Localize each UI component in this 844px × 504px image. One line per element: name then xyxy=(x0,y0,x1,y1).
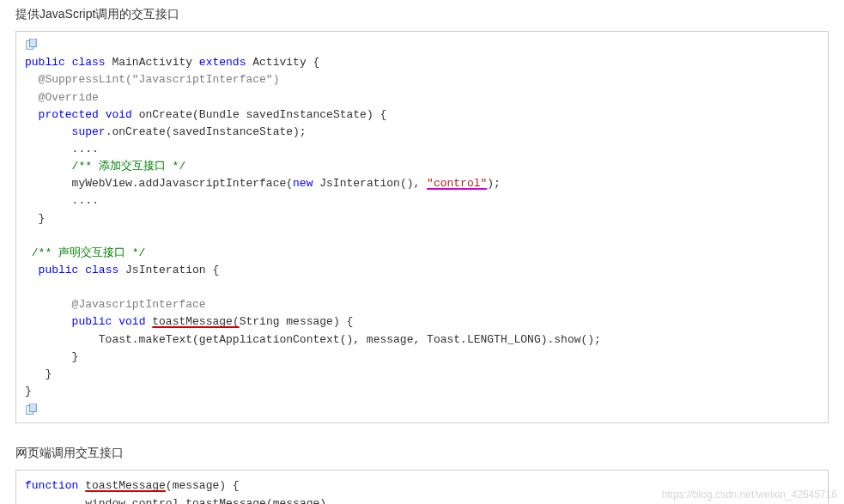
fn-highlight: toastMessage xyxy=(85,479,166,492)
kw: new xyxy=(293,177,313,190)
svg-rect-3 xyxy=(29,404,36,412)
kw: class xyxy=(72,56,106,69)
txt: JsInteration(), xyxy=(313,177,427,190)
string-highlight: "control" xyxy=(427,177,487,190)
kw: public xyxy=(39,264,79,276)
txt: String message) { xyxy=(240,315,354,328)
kw: protected xyxy=(39,108,99,121)
annotation: @Override xyxy=(25,91,99,104)
code-content-1: public class MainActivity extends Activi… xyxy=(16,52,828,402)
txt xyxy=(99,108,106,121)
copy-icon[interactable] xyxy=(25,39,39,51)
comment: /** 添加交互接口 */ xyxy=(25,160,185,173)
method-highlight: toastMessage( xyxy=(152,315,239,328)
kw: public xyxy=(72,315,112,328)
txt: Toast.makeText(getApplicationContext(), … xyxy=(25,333,601,346)
txt: onCreate(Bundle savedInstanceState) { xyxy=(132,108,386,121)
txt xyxy=(25,264,39,276)
comment: /** 声明交互接口 */ xyxy=(25,246,145,259)
kw: void xyxy=(106,108,132,121)
txt: (message) xyxy=(266,497,326,504)
method-highlight: toastMessage xyxy=(185,497,266,504)
obj-highlight: control xyxy=(132,497,179,504)
txt: } xyxy=(25,367,52,380)
kw: function xyxy=(25,479,78,492)
code-block-1: public class MainActivity extends Activi… xyxy=(15,31,829,423)
txt: window. xyxy=(25,497,132,504)
txt: } xyxy=(25,212,45,225)
section-title-2: 网页端调用交互接口 xyxy=(0,439,844,470)
kw: class xyxy=(85,264,118,276)
txt xyxy=(25,315,72,328)
txt: .onCreate(savedInstanceState); xyxy=(106,125,307,138)
txt: myWebView.addJavascriptInterface( xyxy=(25,177,293,190)
kw: super xyxy=(72,125,106,138)
annotation: @JavascriptInterface xyxy=(25,298,206,311)
svg-rect-1 xyxy=(29,39,36,47)
txt: MainActivity xyxy=(106,56,199,69)
txt: } xyxy=(25,385,32,398)
kw: extends xyxy=(199,56,246,69)
txt: .... xyxy=(25,143,99,155)
code-content-2: function toastMessage(message) { window.… xyxy=(16,476,828,504)
section-title-1: 提供JavaScript调用的交互接口 xyxy=(0,0,844,31)
txt: (message) { xyxy=(166,479,240,492)
txt: .... xyxy=(25,194,99,207)
txt: } xyxy=(25,350,78,363)
txt: ); xyxy=(487,177,501,190)
txt: JsInteration { xyxy=(118,264,219,276)
txt: Activity { xyxy=(246,56,319,69)
txt xyxy=(25,125,72,138)
kw: void xyxy=(118,315,145,328)
code-block-2: function toastMessage(message) { window.… xyxy=(15,470,829,504)
copy-icon[interactable] xyxy=(25,404,39,416)
kw: public xyxy=(25,56,65,69)
txt xyxy=(25,108,39,121)
annotation: @SuppressLint("JavascriptInterface") xyxy=(25,73,279,86)
